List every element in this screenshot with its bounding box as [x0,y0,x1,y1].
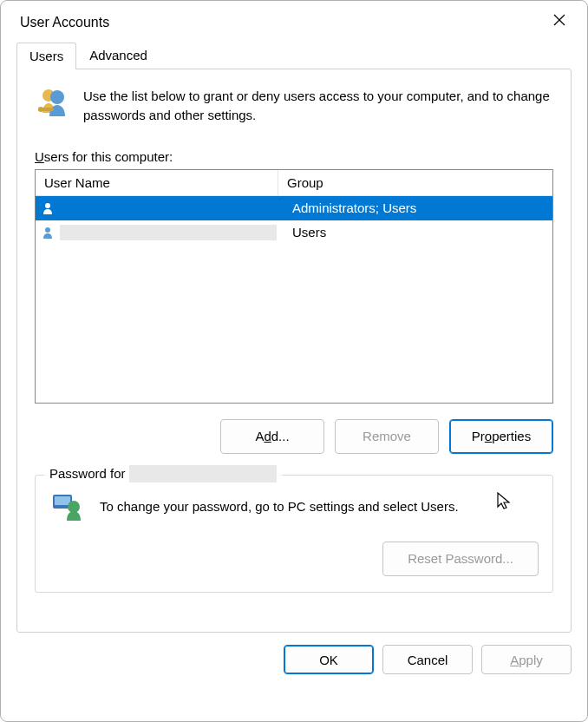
close-button[interactable] [546,10,573,35]
remove-button[interactable]: Remove [335,419,439,454]
user-icon [41,226,55,240]
users-tab-panel: Use the list below to grant or deny user… [16,69,572,633]
window-title: User Accounts [20,15,109,30]
tab-users[interactable]: Users [16,43,76,69]
list-header: User Name Group [36,170,552,196]
svg-point-6 [45,203,50,208]
user-buttons-row: Add... Remove Properties [35,419,553,454]
intro-text: Use the list below to grant or deny user… [83,85,553,125]
properties-button[interactable]: Properties [449,419,553,454]
tabs-area: Users Advanced Use the list below to gra… [1,42,587,633]
users-keys-icon [35,85,71,121]
reset-password-row: Reset Password... [49,542,539,576]
cancel-button[interactable]: Cancel [382,645,473,674]
svg-rect-9 [55,496,70,505]
password-info-row: To change your password, go to PC settin… [49,489,539,524]
ok-button[interactable]: OK [284,645,374,674]
user-group-cell: Administrators; Users [284,200,552,215]
column-header-group[interactable]: Group [278,170,552,195]
svg-point-10 [68,501,80,513]
svg-point-5 [38,107,43,112]
redacted-username [129,465,277,482]
list-body: Administrators; Users Users [36,196,552,245]
apply-button[interactable]: Apply [481,645,572,674]
user-name-cell [60,200,284,216]
users-list-label: Users for this computer: [35,149,553,164]
intro-row: Use the list below to grant or deny user… [35,85,553,125]
password-fieldset: Password for To change your password, go… [35,475,553,593]
svg-point-3 [50,90,64,104]
users-list[interactable]: User Name Group Administrators; Users [35,169,553,404]
svg-point-7 [45,227,50,233]
user-group-cell: Users [284,225,552,240]
titlebar: User Accounts [1,1,587,42]
user-icon [41,201,55,215]
tab-advanced[interactable]: Advanced [76,42,160,69]
user-name-cell [60,225,284,240]
password-user-icon [49,489,84,524]
password-instruction: To change your password, go to PC settin… [100,499,459,514]
user-row[interactable]: Administrators; Users [36,196,552,220]
reset-password-button[interactable]: Reset Password... [382,542,539,576]
user-accounts-dialog: User Accounts Users Advanced [0,0,588,722]
tab-strip: Users Advanced [16,42,572,69]
user-row[interactable]: Users [36,220,552,245]
dialog-footer: OK Cancel Apply [1,633,587,690]
column-header-username[interactable]: User Name [36,170,278,195]
add-button[interactable]: Add... [220,419,324,454]
close-icon [552,13,566,27]
password-legend: Password for [44,465,282,482]
